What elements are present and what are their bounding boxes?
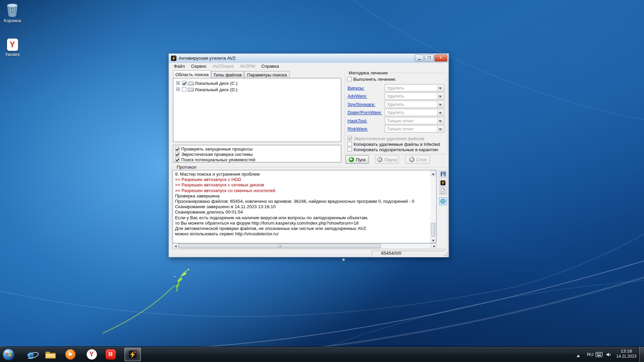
check-running-processes-checkbox[interactable] <box>175 146 179 151</box>
start-button[interactable] <box>2 348 16 361</box>
heuristic-deletion-checkbox[interactable] <box>347 136 352 140</box>
taskbar-avz-active[interactable] <box>124 348 141 361</box>
tree-item-drive-c[interactable]: Локальный диск (C:) <box>173 80 341 86</box>
protocol-log[interactable]: 9. Мастер поиска и устранения проблем >>… <box>172 170 436 243</box>
advware-action-select[interactable]: Удалять <box>385 93 444 100</box>
menu-avzpm[interactable]: AVZPM <box>237 63 258 70</box>
resize-grip[interactable] <box>447 255 447 256</box>
wallpaper-sprig <box>174 268 189 291</box>
tab-search-area[interactable]: Область поиска <box>173 70 211 78</box>
checkbox-label[interactable]: Копировать подозрительные в карантин <box>354 147 438 152</box>
hacktool-action-select[interactable]: Только отчет <box>385 117 444 124</box>
spyware-action-select[interactable]: Удалять <box>385 101 444 108</box>
perform-treatment-checkbox[interactable] <box>347 77 352 81</box>
tree-item-label[interactable]: Локальный диск (C:) <box>195 81 237 86</box>
titlebar[interactable]: Антивирусная утилита AVZ ▁ ❐ ✕ <box>169 54 448 63</box>
taskbar-internet-explorer[interactable] <box>24 348 38 361</box>
button-label: Стоп <box>416 157 427 162</box>
taskbar-windows-explorer[interactable] <box>44 348 58 361</box>
checkbox-label[interactable]: Эвристическое удаление файлов <box>354 136 424 141</box>
expand-icon[interactable] <box>176 87 180 91</box>
minimize-button[interactable]: ▁ <box>415 55 424 62</box>
scroll-right-button[interactable] <box>431 243 436 249</box>
show-desktop-button[interactable] <box>639 347 644 362</box>
chevron-down-icon[interactable] <box>437 110 444 115</box>
expand-icon[interactable] <box>176 81 180 85</box>
horizontal-scroll-thumb[interactable] <box>178 244 381 248</box>
log-line: Сканирование длилось 00:01:54 <box>175 209 430 215</box>
scan-scope-tree[interactable]: Локальный диск (C:) Локальный диск (D:) <box>173 78 341 142</box>
scroll-down-button[interactable] <box>430 237 436 243</box>
dialer-action-select[interactable]: Удалять <box>385 109 444 116</box>
viruses-action-select[interactable]: Удалять <box>385 84 444 92</box>
scroll-left-button[interactable] <box>173 243 178 249</box>
drive-c-checkbox[interactable] <box>182 81 186 85</box>
speaker-icon[interactable] <box>606 352 611 357</box>
avz-icon <box>128 350 137 359</box>
desktop-icon-recycle-bin[interactable]: Корзина <box>0 2 24 23</box>
language-indicator[interactable]: RU <box>585 347 596 362</box>
menu-avzguard[interactable]: AVZGuard <box>210 63 236 70</box>
close-button[interactable]: ✕ <box>435 55 447 62</box>
riskware-action-select[interactable]: Только отчет <box>385 125 444 132</box>
show-hidden-icons-button[interactable] <box>577 353 580 357</box>
chevron-down-icon[interactable] <box>437 93 444 99</box>
start-scan-button[interactable]: Пуск <box>345 155 369 164</box>
tab-search-params[interactable]: Параметры поиска <box>244 71 290 78</box>
menu-service[interactable]: Сервис <box>189 63 209 70</box>
window-title: Антивирусная утилита AVZ <box>179 54 236 62</box>
log-horizontal-scrollbar[interactable] <box>172 243 436 249</box>
chevron-down-icon[interactable] <box>437 126 444 132</box>
taskbar-yandex-browser[interactable] <box>104 348 118 361</box>
selected-action: Удалять <box>387 85 404 91</box>
avz-log-button[interactable] <box>439 179 447 187</box>
taskbar-media-player[interactable] <box>63 348 77 361</box>
tree-item-label[interactable]: Локальный диск (D:) <box>195 87 237 92</box>
advware-link[interactable]: AdvWare: <box>347 94 367 99</box>
taskbar-yandex[interactable] <box>85 348 99 361</box>
checkbox-label[interactable]: Эвристическая проверка системы <box>181 152 253 157</box>
chevron-down-icon[interactable] <box>437 101 444 107</box>
spyware-link[interactable]: Spy/Spyware: <box>347 102 375 107</box>
checkbox-label[interactable]: Проверять запущенные процессы <box>181 146 253 152</box>
tab-file-types[interactable]: Типы файлов <box>211 71 244 78</box>
log-line: Просканировано файлов: 65454, извлечено … <box>175 199 430 204</box>
wallpaper-sparkle <box>342 258 345 261</box>
maximize-button[interactable]: ❐ <box>425 55 434 62</box>
copy-deleted-to-infected-checkbox[interactable] <box>347 141 352 146</box>
selected-action: Удалять <box>387 102 404 107</box>
log-line: то Вы можете обратиться на форум http://… <box>175 220 430 226</box>
log-vertical-scrollbar[interactable] <box>430 171 436 242</box>
scroll-up-button[interactable] <box>430 171 436 176</box>
save-log-button[interactable] <box>439 170 447 178</box>
checkbox-label[interactable]: Копировать удаляемые файлы в Infected <box>354 141 440 146</box>
dialer-link[interactable]: Dialer/PornWare: <box>347 110 382 115</box>
perform-treatment-label[interactable]: Выполнять лечение: <box>353 77 396 82</box>
tray-date: 14.11.2023 <box>614 354 638 359</box>
scan-options-panel: Проверять запущенные процессы Эвристичес… <box>173 145 341 163</box>
stop-scan-button[interactable]: Стоп <box>406 155 430 164</box>
copy-suspicious-to-quarantine-checkbox[interactable] <box>347 147 352 151</box>
log-line: Проверка завершена <box>175 193 430 199</box>
log-line: Если у Вас есть подозрение на наличие ви… <box>175 215 430 220</box>
vulnerability-search-checkbox[interactable] <box>175 157 179 162</box>
keyboard-layout-icon[interactable] <box>596 352 603 357</box>
menu-file[interactable]: Файл <box>171 63 187 70</box>
checkbox-label[interactable]: Поиск потенциальных уязвимостей <box>181 157 255 162</box>
heuristic-system-check-checkbox[interactable] <box>175 152 179 156</box>
view-report-button[interactable] <box>439 187 447 195</box>
pause-scan-button[interactable]: Пауза <box>375 155 399 164</box>
hacktool-link[interactable]: HackTool: <box>347 118 367 123</box>
clock[interactable]: 13:16 14.11.2023 <box>614 347 638 362</box>
tree-item-drive-d[interactable]: Локальный диск (D:) <box>173 86 341 92</box>
chevron-down-icon[interactable] <box>437 118 444 123</box>
drive-d-checkbox[interactable] <box>182 87 186 92</box>
menu-help[interactable]: Справка <box>259 63 282 70</box>
vertical-scroll-thumb[interactable] <box>431 223 435 236</box>
yandex-browser-icon <box>105 349 116 360</box>
virusdetector-button[interactable] <box>439 197 447 205</box>
viruses-link[interactable]: Вирусы: <box>347 85 365 90</box>
chevron-down-icon[interactable] <box>437 85 444 90</box>
desktop-icon-yandex[interactable]: Yandex <box>0 39 24 57</box>
riskware-link[interactable]: RiskWare: <box>347 126 368 131</box>
